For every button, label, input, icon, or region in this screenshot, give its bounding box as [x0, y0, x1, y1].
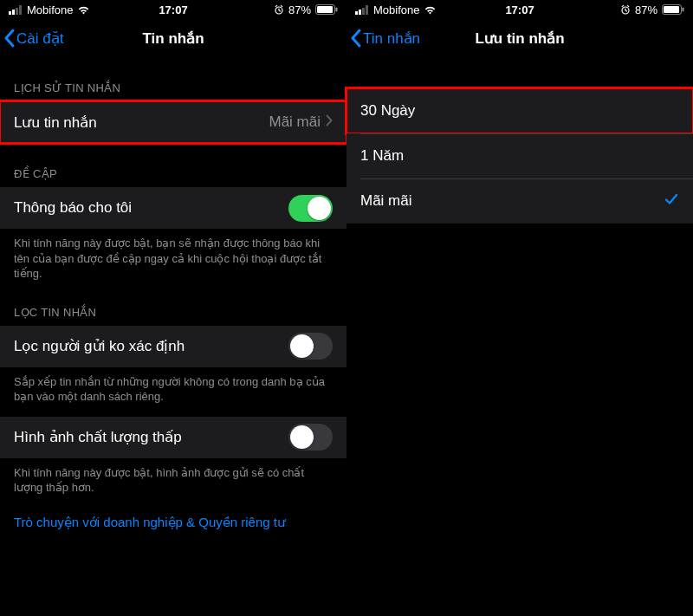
back-label: Cài đặt — [16, 29, 63, 48]
svg-rect-10 — [362, 8, 365, 15]
notify-me-toggle[interactable] — [288, 195, 333, 222]
nav-bar: Tin nhắn Lưu tin nhắn — [346, 19, 693, 57]
filter-unknown-row: Lọc người gửi ko xác định — [0, 326, 346, 367]
option-1-year[interactable]: 1 Năm — [346, 133, 693, 178]
svg-rect-0 — [9, 11, 11, 15]
svg-rect-8 — [355, 11, 358, 15]
phone-right: Mobifone 17:07 87% Tin nhắn — [346, 0, 693, 616]
clock: 17:07 — [159, 3, 187, 16]
low-quality-toggle[interactable] — [288, 424, 333, 451]
back-label: Tin nhắn — [363, 29, 420, 48]
clock: 17:07 — [505, 3, 534, 16]
svg-rect-1 — [12, 10, 15, 15]
phone-left: Mobifone 17:07 87% Cài đặt — [0, 0, 346, 616]
option-label: 1 Năm — [360, 147, 404, 165]
keep-messages-row[interactable]: Lưu tin nhắn Mãi mãi — [0, 101, 346, 143]
signal-icon — [355, 5, 369, 15]
checkmark-icon — [664, 191, 679, 211]
notify-me-label: Thông báo cho tôi — [14, 199, 132, 217]
business-privacy-link[interactable]: Trò chuyện với doanh nghiệp & Quyền riên… — [0, 496, 346, 530]
section-header-mention: ĐỀ CẬP — [0, 143, 346, 187]
svg-rect-3 — [19, 5, 22, 15]
keep-messages-label: Lưu tin nhắn — [14, 113, 97, 132]
option-30-days[interactable]: 30 Ngày — [346, 88, 693, 133]
svg-rect-14 — [664, 6, 679, 13]
battery-percent: 87% — [635, 3, 657, 16]
carrier-label: Mobifone — [27, 3, 73, 16]
notify-me-footer: Khi tính năng này được bật, bạn sẽ nhận … — [0, 229, 346, 282]
section-header-filter: LỌC TIN NHẮN — [0, 282, 346, 326]
filter-unknown-label: Lọc người gửi ko xác định — [14, 337, 185, 355]
page-title: Tin nhắn — [142, 29, 204, 48]
low-quality-label: Hình ảnh chất lượng thấp — [14, 428, 182, 446]
filter-unknown-toggle[interactable] — [288, 333, 333, 360]
svg-rect-11 — [366, 5, 368, 15]
back-button[interactable]: Tin nhắn — [346, 29, 420, 48]
back-button[interactable]: Cài đặt — [0, 29, 63, 48]
chevron-left-icon — [3, 29, 15, 48]
wifi-icon — [424, 5, 437, 15]
battery-icon — [662, 4, 684, 15]
filter-unknown-footer: Sắp xếp tin nhắn từ những người không có… — [0, 367, 346, 405]
signal-icon — [9, 5, 23, 15]
svg-rect-9 — [359, 10, 361, 15]
battery-icon — [315, 4, 338, 15]
nav-bar: Cài đặt Tin nhắn — [0, 19, 346, 57]
chevron-right-icon — [326, 113, 333, 131]
svg-rect-2 — [16, 8, 18, 15]
notify-me-row: Thông báo cho tôi — [0, 187, 346, 229]
option-forever[interactable]: Mãi mãi — [346, 178, 693, 224]
wifi-icon — [77, 5, 90, 15]
alarm-icon — [274, 4, 284, 15]
status-bar: Mobifone 17:07 87% — [0, 0, 346, 19]
alarm-icon — [620, 4, 631, 15]
section-header-history: LỊCH SỬ TIN NHẮN — [0, 57, 346, 101]
status-bar: Mobifone 17:07 87% — [346, 0, 693, 19]
options-list: 30 Ngày 1 Năm Mãi mãi — [346, 88, 693, 224]
chevron-left-icon — [350, 29, 361, 48]
page-title: Lưu tin nhắn — [475, 29, 564, 48]
option-label: Mãi mãi — [360, 192, 412, 210]
svg-rect-7 — [336, 8, 338, 12]
keep-messages-value: Mãi mãi — [269, 113, 321, 131]
low-quality-footer: Khi tính năng này được bật, hình ảnh đượ… — [0, 458, 346, 496]
option-label: 30 Ngày — [360, 102, 415, 120]
battery-percent: 87% — [288, 3, 311, 16]
svg-rect-15 — [683, 8, 684, 12]
low-quality-row: Hình ảnh chất lượng thấp — [0, 417, 346, 458]
carrier-label: Mobifone — [373, 3, 419, 16]
svg-rect-6 — [317, 6, 333, 13]
